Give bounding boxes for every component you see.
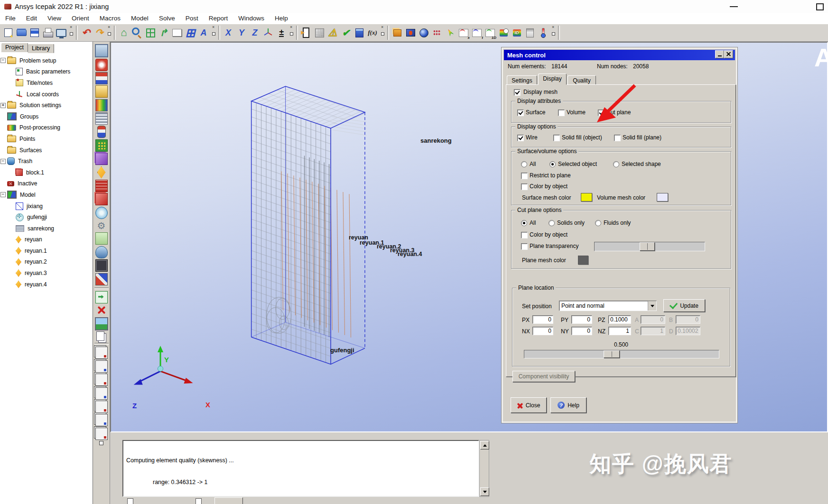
toolbar-grip-icon[interactable]: [69, 26, 74, 39]
generate-mesh-icon[interactable]: [313, 27, 326, 39]
py-field[interactable]: [571, 315, 592, 324]
scroll-up-icon[interactable]: [480, 441, 489, 449]
menu-edit[interactable]: Edit: [21, 14, 42, 23]
new-project-icon[interactable]: [2, 27, 14, 39]
selected-object-radio[interactable]: [549, 161, 556, 167]
toolbar-grip-icon[interactable]: [107, 26, 112, 39]
tab-settings[interactable]: Settings: [507, 75, 537, 85]
plane-position-slider-thumb[interactable]: [604, 350, 620, 358]
tree-item-surfaces[interactable]: Surfaces: [0, 145, 93, 156]
transient-post-icon[interactable]: [497, 27, 510, 39]
volume-mesh-color-swatch[interactable]: [657, 193, 668, 202]
assembly-icon[interactable]: [95, 85, 108, 98]
clear-view-icon[interactable]: [171, 27, 183, 39]
menu-solve[interactable]: Solve: [154, 14, 180, 23]
transparency-slider-thumb[interactable]: [640, 242, 655, 251]
tree-item-problem-setup[interactable]: Problem setup: [0, 55, 93, 66]
dropdown-arrow-icon[interactable]: [648, 301, 656, 311]
tree-item-jixiang[interactable]: jixiang: [0, 201, 93, 212]
toolbar-grip-icon[interactable]: [380, 26, 385, 39]
tree-item-groups[interactable]: Groups: [0, 111, 93, 122]
y-axis-view-icon[interactable]: Y: [235, 27, 248, 39]
source-icon[interactable]: [97, 166, 106, 179]
console-scrollbar[interactable]: [479, 440, 489, 497]
component-visibility-button[interactable]: Component visibility: [512, 371, 575, 382]
zoom-region-icon[interactable]: [131, 27, 143, 39]
materials-icon[interactable]: [95, 72, 108, 84]
cp-all-radio[interactable]: [521, 220, 527, 226]
toolbar-grip-icon[interactable]: [289, 26, 294, 39]
object-face-icon[interactable]: [391, 27, 403, 39]
vertex-align-icon[interactable]: [95, 374, 108, 386]
undo-icon[interactable]: [80, 27, 92, 39]
grille-icon[interactable]: [95, 112, 108, 125]
fluids-only-radio[interactable]: [595, 220, 601, 226]
home-view-icon[interactable]: [118, 27, 130, 39]
dialog-close-icon[interactable]: [724, 50, 733, 58]
print-icon[interactable]: [42, 27, 54, 39]
toolbar-handle-icon[interactable]: [99, 441, 103, 445]
blower-icon[interactable]: [96, 220, 107, 231]
run-solution-icon[interactable]: [353, 27, 365, 39]
dialog-minimize-icon[interactable]: [715, 50, 724, 58]
import-object-icon[interactable]: [95, 291, 108, 303]
tree-item-model[interactable]: Model: [0, 189, 93, 201]
scroll-down-icon[interactable]: [480, 487, 489, 496]
plot-1d-icon[interactable]: 1D: [484, 27, 496, 39]
solid-fill-object-checkbox[interactable]: [553, 135, 560, 141]
open-project-icon[interactable]: [15, 27, 28, 39]
tree-item-reyuan2[interactable]: reyuan.2: [0, 257, 93, 268]
surface-checkbox[interactable]: [517, 110, 524, 116]
probe-point-icon[interactable]: [444, 27, 456, 39]
expand-icon[interactable]: [0, 103, 6, 108]
isosurface-icon[interactable]: [418, 27, 430, 39]
minimize-window-icon[interactable]: [730, 6, 738, 7]
menu-help[interactable]: Help: [270, 14, 293, 23]
summary-report-icon[interactable]: [524, 27, 536, 39]
z-axis-view-icon[interactable]: Z: [249, 27, 261, 39]
plane-cut-icon[interactable]: [404, 27, 417, 39]
tree-item-gufengji[interactable]: gufengji: [0, 211, 93, 223]
message-console[interactable]: Computing element quality (skewness) ...…: [122, 440, 479, 497]
wall-icon[interactable]: [95, 180, 108, 192]
snapshot-icon[interactable]: [95, 317, 108, 330]
tree-item-block1[interactable]: block.1: [0, 167, 93, 178]
quad-view-icon[interactable]: [184, 27, 196, 39]
edge-align-icon[interactable]: [95, 360, 108, 373]
bottom-option-checkbox[interactable]: [127, 498, 133, 504]
cp-color-by-object-checkbox[interactable]: [521, 232, 528, 238]
package-icon[interactable]: [95, 259, 108, 272]
tree-item-reyuan3[interactable]: reyuan.3: [0, 267, 93, 279]
maximize-window-icon[interactable]: [816, 3, 824, 10]
mesh-quality-icon[interactable]: [340, 27, 352, 39]
collapse-icon[interactable]: [0, 159, 6, 164]
bottom-option-checkbox[interactable]: [195, 498, 202, 504]
bottom-partial-button[interactable]: [214, 497, 243, 504]
screen-capture-icon[interactable]: [55, 27, 67, 39]
solids-only-radio[interactable]: [549, 220, 555, 226]
tree-item-inactive[interactable]: Inactive: [0, 178, 93, 190]
update-button[interactable]: Update: [663, 299, 705, 312]
collapse-icon[interactable]: [0, 192, 6, 197]
save-project-icon[interactable]: [28, 27, 41, 39]
opening-object-icon[interactable]: [300, 27, 312, 39]
check-problems-icon[interactable]: [326, 27, 339, 39]
block-icon[interactable]: [95, 193, 108, 205]
tab-project[interactable]: Project: [1, 43, 28, 52]
heat-exchanger-icon[interactable]: [95, 59, 108, 71]
plane-transparency-checkbox[interactable]: [521, 243, 528, 250]
close-button[interactable]: Close: [511, 397, 547, 413]
pz-field[interactable]: [608, 315, 631, 324]
volume-checkbox[interactable]: [558, 110, 565, 116]
tree-item-trash[interactable]: Trash: [0, 156, 93, 167]
match-edges-icon[interactable]: [95, 414, 108, 426]
menu-report[interactable]: Report: [204, 14, 233, 23]
menu-macros[interactable]: Macros: [94, 14, 126, 23]
plot-time-icon[interactable]: t: [471, 27, 483, 39]
copy-object-icon[interactable]: [96, 331, 104, 341]
tree-item-local-coords[interactable]: Local coords: [0, 89, 93, 100]
collapse-icon[interactable]: [0, 58, 6, 63]
enclosure-icon[interactable]: [95, 153, 108, 165]
nx-field[interactable]: [532, 327, 553, 335]
menu-view[interactable]: View: [42, 14, 66, 23]
